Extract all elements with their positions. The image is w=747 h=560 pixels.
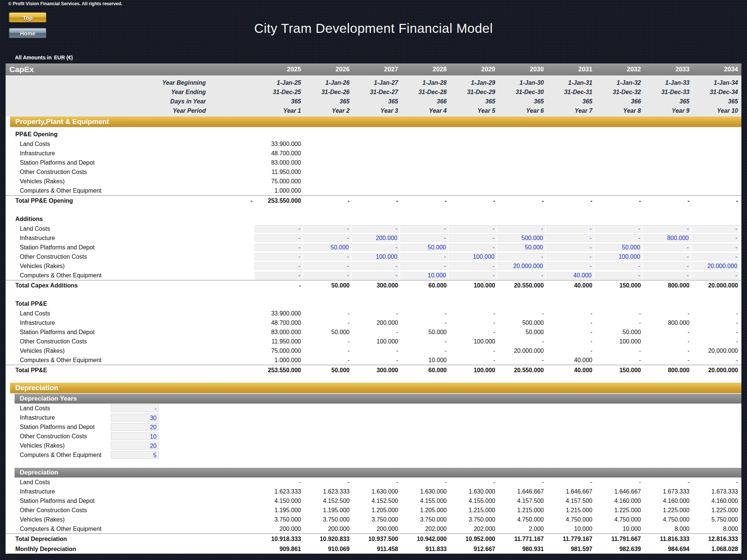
value-cell xyxy=(400,178,449,185)
value-cell: 4.155.000 xyxy=(449,498,497,504)
input-cell[interactable]: - xyxy=(643,272,691,279)
input-cell[interactable]: 100.000 xyxy=(594,253,643,261)
input-cell[interactable]: 50.000 xyxy=(594,244,643,251)
input-cell[interactable]: - xyxy=(303,262,351,270)
input-cell[interactable]: - xyxy=(351,262,400,270)
table-row: Computers & Other Equipment200.000200.00… xyxy=(6,524,741,533)
input-cell[interactable]: - xyxy=(449,272,497,279)
input-cell[interactable]: - xyxy=(303,234,351,242)
input-cell[interactable]: - xyxy=(497,272,546,279)
value-cell: 1.205.000 xyxy=(351,507,400,514)
input-cell[interactable]: - xyxy=(449,234,497,242)
input-cell[interactable]: 10 xyxy=(111,432,159,440)
input-cell[interactable]: - xyxy=(254,225,303,233)
value-cell: 1-Jan-28 xyxy=(400,80,449,86)
input-cell[interactable]: - xyxy=(400,262,449,270)
input-cell[interactable]: - xyxy=(449,262,497,270)
value-cell: - xyxy=(546,338,594,345)
input-cell[interactable]: - xyxy=(303,253,351,261)
value-cell: 500.000 xyxy=(497,320,546,326)
input-cell[interactable]: 20 xyxy=(111,423,159,431)
table-row: Land Costs---------- xyxy=(6,477,741,487)
input-cell[interactable]: - xyxy=(594,234,643,242)
input-cell[interactable]: 20.000.000 xyxy=(497,262,546,270)
input-cell[interactable]: 30 xyxy=(111,414,159,421)
value-cell xyxy=(546,169,594,175)
input-cell[interactable]: 20 xyxy=(111,442,159,449)
value-cell: 1-Jan-32 xyxy=(594,80,643,86)
value-cell xyxy=(643,150,691,157)
input-cell[interactable]: - xyxy=(643,244,691,251)
input-cell[interactable]: - xyxy=(254,234,303,242)
value-cell: 20.000.000 xyxy=(691,348,740,354)
input-cell[interactable]: - xyxy=(254,253,303,261)
input-cell[interactable]: - xyxy=(643,225,691,233)
input-cell[interactable]: - xyxy=(303,225,351,233)
input-cell[interactable]: 800.000 xyxy=(643,234,691,242)
row-label: Monthly Depreciation xyxy=(6,546,206,553)
input-cell[interactable]: 200.000 xyxy=(351,234,400,242)
value-cell: 366 xyxy=(400,98,449,105)
input-cell[interactable]: 40.000 xyxy=(546,272,594,279)
input-cell[interactable]: - xyxy=(497,253,546,261)
value-cell: 4.150.000 xyxy=(254,498,303,504)
value-cell: 2034 xyxy=(691,66,740,73)
input-cell[interactable]: 500.000 xyxy=(497,234,546,242)
input-cell[interactable]: - xyxy=(351,272,400,279)
value-cell xyxy=(351,187,400,194)
input-cell[interactable]: - xyxy=(643,253,691,261)
input-cell[interactable]: 50.000 xyxy=(497,244,546,251)
input-cell[interactable]: 50.000 xyxy=(303,244,351,251)
value-cell: 40.000 xyxy=(546,367,594,374)
value-cell: 1.225.000 xyxy=(691,507,740,514)
input-cell[interactable]: 5 xyxy=(111,451,159,459)
value-cell: - xyxy=(497,310,546,317)
input-cell[interactable]: - xyxy=(594,225,643,233)
row-label: Other Construction Costs xyxy=(6,338,206,345)
input-cell[interactable]: - xyxy=(546,244,594,251)
input-cell[interactable]: - xyxy=(691,253,740,261)
input-cell[interactable]: 100.000 xyxy=(351,253,400,261)
input-cell[interactable]: - xyxy=(691,244,740,251)
input-cell[interactable]: - xyxy=(643,262,691,270)
input-cell[interactable]: - xyxy=(254,244,303,251)
input-cell[interactable]: - xyxy=(111,404,159,412)
input-cell[interactable]: - xyxy=(449,225,497,233)
value-cell: 11.950.000 xyxy=(254,338,303,345)
input-cell[interactable]: 20.000.000 xyxy=(691,262,740,270)
input-cell[interactable]: - xyxy=(351,225,400,233)
value-cell: - xyxy=(594,320,643,326)
value-cell xyxy=(400,159,449,166)
input-cell[interactable]: - xyxy=(254,272,303,279)
input-cell[interactable]: - xyxy=(546,234,594,242)
value-cell: 31-Dec-25 xyxy=(254,89,303,96)
value-cell: 20.000.000 xyxy=(691,282,740,289)
input-cell[interactable]: 50.000 xyxy=(400,244,449,251)
input-cell[interactable]: - xyxy=(254,262,303,270)
input-cell[interactable]: - xyxy=(400,225,449,233)
input-cell[interactable]: - xyxy=(449,244,497,251)
input-cell[interactable]: - xyxy=(303,272,351,279)
input-cell[interactable]: - xyxy=(691,234,740,242)
input-cell[interactable]: - xyxy=(400,234,449,242)
value-cell xyxy=(594,150,643,157)
depreciation-section-title: Depreciation xyxy=(15,384,58,392)
input-cell[interactable]: - xyxy=(546,225,594,233)
row-label: Infrastructure xyxy=(6,235,206,242)
value-cell: - xyxy=(594,310,643,317)
value-cell xyxy=(449,150,497,157)
input-cell[interactable]: - xyxy=(691,272,740,279)
subsection-title-row: PP&E Opening xyxy=(6,129,741,139)
input-cell[interactable]: - xyxy=(546,253,594,261)
input-cell[interactable]: - xyxy=(497,225,546,233)
value-cell: - xyxy=(303,320,351,326)
input-cell[interactable]: - xyxy=(691,225,740,233)
input-cell[interactable]: - xyxy=(400,253,449,261)
input-cell[interactable]: 100.000 xyxy=(449,253,497,261)
input-cell[interactable]: - xyxy=(594,262,643,270)
input-cell[interactable]: - xyxy=(546,262,594,270)
input-cell[interactable]: 10.000 xyxy=(400,272,449,279)
input-cell[interactable]: - xyxy=(594,272,643,279)
value-cell: 2033 xyxy=(643,66,691,73)
input-cell[interactable]: - xyxy=(351,244,400,251)
